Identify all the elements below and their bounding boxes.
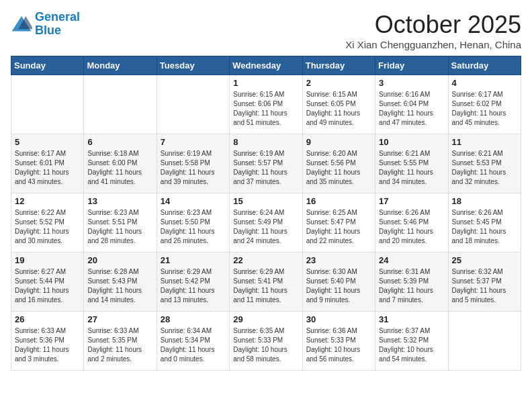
day-info: Sunrise: 6:26 AM Sunset: 5:46 PM Dayligh… [379,208,444,246]
calendar-cell: 22Sunrise: 6:29 AM Sunset: 5:41 PM Dayli… [230,253,302,312]
day-number: 10 [379,137,444,147]
day-info: Sunrise: 6:35 AM Sunset: 5:33 PM Dayligh… [233,326,298,364]
calendar-cell: 25Sunrise: 6:32 AM Sunset: 5:37 PM Dayli… [448,253,521,312]
calendar-cell: 12Sunrise: 6:22 AM Sunset: 5:52 PM Dayli… [11,193,84,253]
calendar-cell [448,312,521,371]
day-number: 2 [306,78,371,88]
calendar-cell: 14Sunrise: 6:23 AM Sunset: 5:50 PM Dayli… [157,193,229,253]
title-block: October 2025 Xi Xian Chengguanzhen, Hena… [345,11,521,50]
calendar-cell: 2Sunrise: 6:15 AM Sunset: 6:05 PM Daylig… [302,75,375,134]
weekday-header-saturday: Saturday [448,56,521,75]
weekday-header-tuesday: Tuesday [157,56,229,75]
calendar-cell: 3Sunrise: 6:16 AM Sunset: 6:04 PM Daylig… [375,75,448,134]
calendar-week-row: 1Sunrise: 6:15 AM Sunset: 6:06 PM Daylig… [11,75,521,134]
page-header: General Blue October 2025 Xi Xian Chengg… [11,11,521,50]
calendar-header-row: SundayMondayTuesdayWednesdayThursdayFrid… [11,56,521,75]
calendar-cell: 18Sunrise: 6:26 AM Sunset: 5:45 PM Dayli… [448,193,521,253]
day-info: Sunrise: 6:25 AM Sunset: 5:47 PM Dayligh… [306,208,371,246]
calendar-cell: 8Sunrise: 6:19 AM Sunset: 5:57 PM Daylig… [230,134,302,193]
day-info: Sunrise: 6:22 AM Sunset: 5:52 PM Dayligh… [15,208,80,246]
day-info: Sunrise: 6:17 AM Sunset: 6:01 PM Dayligh… [15,149,80,187]
day-number: 13 [87,196,152,206]
weekday-header-wednesday: Wednesday [230,56,302,75]
calendar-cell: 13Sunrise: 6:23 AM Sunset: 5:51 PM Dayli… [84,193,157,253]
calendar-week-row: 26Sunrise: 6:33 AM Sunset: 5:36 PM Dayli… [11,312,521,371]
day-number: 28 [161,314,226,324]
day-info: Sunrise: 6:16 AM Sunset: 6:04 PM Dayligh… [379,90,444,128]
calendar-cell: 24Sunrise: 6:31 AM Sunset: 5:39 PM Dayli… [375,253,448,312]
calendar-cell: 23Sunrise: 6:30 AM Sunset: 5:40 PM Dayli… [302,253,375,312]
day-number: 3 [379,78,444,88]
day-info: Sunrise: 6:29 AM Sunset: 5:42 PM Dayligh… [161,267,226,305]
day-info: Sunrise: 6:32 AM Sunset: 5:37 PM Dayligh… [452,267,517,305]
day-number: 30 [306,314,371,324]
day-info: Sunrise: 6:21 AM Sunset: 5:53 PM Dayligh… [452,149,517,187]
day-number: 26 [15,314,80,324]
calendar-cell: 10Sunrise: 6:21 AM Sunset: 5:55 PM Dayli… [375,134,448,193]
day-info: Sunrise: 6:29 AM Sunset: 5:41 PM Dayligh… [233,267,298,305]
day-info: Sunrise: 6:33 AM Sunset: 5:35 PM Dayligh… [87,326,152,364]
day-number: 19 [15,255,80,265]
logo-text: General Blue [35,11,80,38]
day-number: 15 [233,196,298,206]
day-info: Sunrise: 6:21 AM Sunset: 5:55 PM Dayligh… [379,149,444,187]
day-number: 8 [233,137,298,147]
day-info: Sunrise: 6:23 AM Sunset: 5:51 PM Dayligh… [87,208,152,246]
day-number: 6 [87,137,152,147]
day-info: Sunrise: 6:19 AM Sunset: 5:58 PM Dayligh… [161,149,226,187]
weekday-header-sunday: Sunday [11,56,84,75]
weekday-header-thursday: Thursday [302,56,375,75]
calendar-cell: 17Sunrise: 6:26 AM Sunset: 5:46 PM Dayli… [375,193,448,253]
calendar-cell: 5Sunrise: 6:17 AM Sunset: 6:01 PM Daylig… [11,134,84,193]
day-number: 11 [452,137,517,147]
day-number: 17 [379,196,444,206]
calendar-table: SundayMondayTuesdayWednesdayThursdayFrid… [11,56,521,371]
day-info: Sunrise: 6:17 AM Sunset: 6:02 PM Dayligh… [452,90,517,128]
day-info: Sunrise: 6:37 AM Sunset: 5:32 PM Dayligh… [379,326,444,364]
day-info: Sunrise: 6:34 AM Sunset: 5:34 PM Dayligh… [161,326,226,364]
calendar-week-row: 5Sunrise: 6:17 AM Sunset: 6:01 PM Daylig… [11,134,521,193]
day-number: 24 [379,255,444,265]
calendar-cell: 9Sunrise: 6:20 AM Sunset: 5:56 PM Daylig… [302,134,375,193]
day-info: Sunrise: 6:26 AM Sunset: 5:45 PM Dayligh… [452,208,517,246]
calendar-cell: 4Sunrise: 6:17 AM Sunset: 6:02 PM Daylig… [448,75,521,134]
location: Xi Xian Chengguanzhen, Henan, China [345,39,521,50]
day-number: 27 [87,314,152,324]
day-number: 7 [161,137,226,147]
calendar-week-row: 12Sunrise: 6:22 AM Sunset: 5:52 PM Dayli… [11,193,521,253]
day-number: 9 [306,137,371,147]
day-info: Sunrise: 6:15 AM Sunset: 6:06 PM Dayligh… [233,90,298,128]
calendar-cell: 1Sunrise: 6:15 AM Sunset: 6:06 PM Daylig… [230,75,302,134]
calendar-cell: 31Sunrise: 6:37 AM Sunset: 5:32 PM Dayli… [375,312,448,371]
calendar-cell: 26Sunrise: 6:33 AM Sunset: 5:36 PM Dayli… [11,312,84,371]
day-number: 31 [379,314,444,324]
day-number: 1 [233,78,298,88]
day-info: Sunrise: 6:15 AM Sunset: 6:05 PM Dayligh… [306,90,371,128]
day-number: 29 [233,314,298,324]
weekday-header-friday: Friday [375,56,448,75]
calendar-cell [11,75,84,134]
day-info: Sunrise: 6:24 AM Sunset: 5:49 PM Dayligh… [233,208,298,246]
calendar-cell: 20Sunrise: 6:28 AM Sunset: 5:43 PM Dayli… [84,253,157,312]
calendar-cell: 16Sunrise: 6:25 AM Sunset: 5:47 PM Dayli… [302,193,375,253]
logo: General Blue [11,11,80,38]
calendar-cell: 19Sunrise: 6:27 AM Sunset: 5:44 PM Dayli… [11,253,84,312]
calendar-cell: 30Sunrise: 6:36 AM Sunset: 5:33 PM Dayli… [302,312,375,371]
day-number: 23 [306,255,371,265]
month-title: October 2025 [345,11,521,39]
calendar-cell: 15Sunrise: 6:24 AM Sunset: 5:49 PM Dayli… [230,193,302,253]
day-number: 14 [161,196,226,206]
day-number: 4 [452,78,517,88]
day-info: Sunrise: 6:36 AM Sunset: 5:33 PM Dayligh… [306,326,371,364]
day-number: 21 [161,255,226,265]
day-info: Sunrise: 6:20 AM Sunset: 5:56 PM Dayligh… [306,149,371,187]
day-number: 22 [233,255,298,265]
calendar-cell: 27Sunrise: 6:33 AM Sunset: 5:35 PM Dayli… [84,312,157,371]
calendar-cell: 21Sunrise: 6:29 AM Sunset: 5:42 PM Dayli… [157,253,229,312]
calendar-cell: 7Sunrise: 6:19 AM Sunset: 5:58 PM Daylig… [157,134,229,193]
weekday-header-monday: Monday [84,56,157,75]
day-info: Sunrise: 6:23 AM Sunset: 5:50 PM Dayligh… [161,208,226,246]
day-number: 18 [452,196,517,206]
day-number: 5 [15,137,80,147]
day-number: 12 [15,196,80,206]
